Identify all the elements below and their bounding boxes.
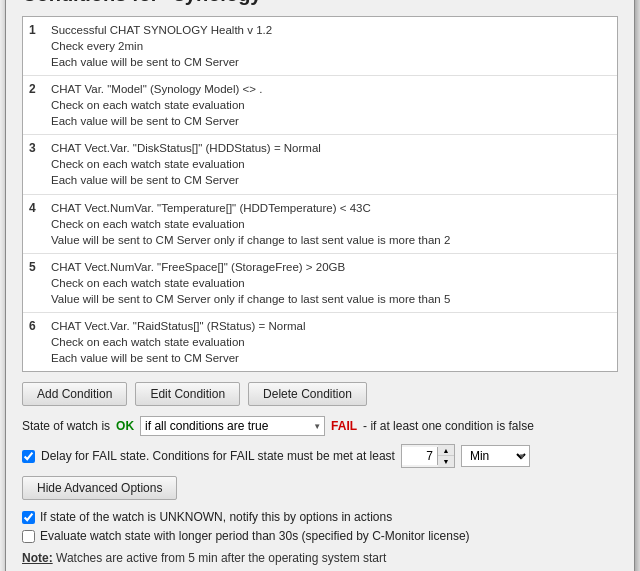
advanced-options-button[interactable]: Hide Advanced Options — [22, 476, 177, 500]
spinner-down-button[interactable]: ▼ — [438, 456, 454, 467]
condition-text: Successful CHAT SYNOLOGY Health v 1.2Che… — [51, 22, 272, 70]
delay-value-input[interactable] — [402, 447, 438, 465]
condition-text: CHAT Vect.NumVar. "Temperature[]" (HDDTe… — [51, 200, 450, 248]
condition-select[interactable]: if all conditions are true if at least o… — [140, 416, 325, 436]
state-label: State of watch is — [22, 419, 110, 433]
condition-select-wrapper: if all conditions are true if at least o… — [140, 416, 325, 436]
spinner-buttons: ▲ ▼ — [438, 445, 454, 467]
condition-number: 1 — [29, 22, 43, 37]
edit-condition-button[interactable]: Edit Condition — [135, 382, 240, 406]
note-content: Watches are active from 5 min after the … — [53, 551, 387, 565]
list-item: Evaluate watch state with longer period … — [22, 529, 618, 543]
note-text: Note: Watches are active from 5 min afte… — [22, 551, 618, 565]
option-label: If state of the watch is UNKNOWN, notify… — [40, 510, 392, 524]
main-content: Conditions for "synology" 1Successful CH… — [6, 0, 634, 571]
condition-text: CHAT Vect.Var. "RaidStatus[]" (RStatus) … — [51, 318, 306, 366]
conditions-table: 1Successful CHAT SYNOLOGY Health v 1.2Ch… — [22, 16, 618, 373]
table-row: 1Successful CHAT SYNOLOGY Health v 1.2Ch… — [23, 17, 617, 76]
table-row: 6CHAT Vect.Var. "RaidStatus[]" (RStatus)… — [23, 313, 617, 371]
condition-number: 6 — [29, 318, 43, 333]
option-checkbox[interactable] — [22, 530, 35, 543]
min-select-wrapper: Min Sec Hour — [461, 445, 530, 467]
note-label: Note: — [22, 551, 53, 565]
state-ok: OK — [116, 419, 134, 433]
state-fail-suffix: - if at least one condition is false — [363, 419, 534, 433]
list-item: If state of the watch is UNKNOWN, notify… — [22, 510, 618, 524]
delay-row: Delay for FAIL state. Conditions for FAI… — [22, 444, 618, 468]
delay-spinner: ▲ ▼ — [401, 444, 455, 468]
spinner-up-button[interactable]: ▲ — [438, 445, 454, 456]
option-label: Evaluate watch state with longer period … — [40, 529, 470, 543]
options-section: If state of the watch is UNKNOWN, notify… — [22, 510, 618, 543]
condition-number: 4 — [29, 200, 43, 215]
state-fail: FAIL — [331, 419, 357, 433]
add-condition-button[interactable]: Add Condition — [22, 382, 127, 406]
condition-text: CHAT Vect.NumVar. "FreeSpace[]" (Storage… — [51, 259, 450, 307]
condition-number: 5 — [29, 259, 43, 274]
time-unit-select[interactable]: Min Sec Hour — [461, 445, 530, 467]
condition-text: CHAT Vect.Var. "DiskStatus[]" (HDDStatus… — [51, 140, 321, 188]
delay-label: Delay for FAIL state. Conditions for FAI… — [41, 449, 395, 463]
condition-text: CHAT Var. "Model" (Synology Model) <> .C… — [51, 81, 262, 129]
condition-buttons: Add Condition Edit Condition Delete Cond… — [22, 382, 618, 406]
condition-number: 2 — [29, 81, 43, 96]
table-row: 3CHAT Vect.Var. "DiskStatus[]" (HDDStatu… — [23, 135, 617, 194]
table-row: 4CHAT Vect.NumVar. "Temperature[]" (HDDT… — [23, 195, 617, 254]
delete-condition-button[interactable]: Delete Condition — [248, 382, 367, 406]
condition-number: 3 — [29, 140, 43, 155]
state-row: State of watch is OK if all conditions a… — [22, 416, 618, 436]
main-window: ⏱ Watch Wizard – □ ✕ Conditions for "syn… — [5, 0, 635, 571]
page-title: Conditions for "synology" — [22, 0, 618, 6]
table-row: 5CHAT Vect.NumVar. "FreeSpace[]" (Storag… — [23, 254, 617, 313]
table-row: 2CHAT Var. "Model" (Synology Model) <> .… — [23, 76, 617, 135]
option-checkbox[interactable] — [22, 511, 35, 524]
delay-checkbox[interactable] — [22, 450, 35, 463]
